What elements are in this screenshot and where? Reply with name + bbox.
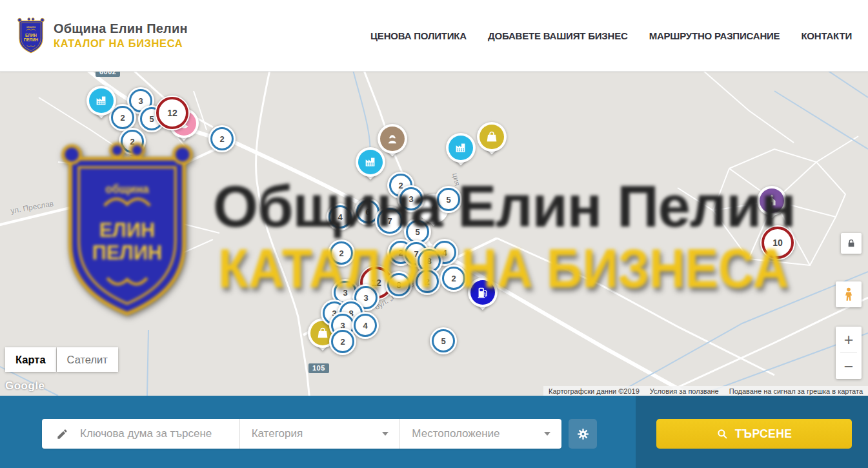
gear-icon	[576, 427, 590, 441]
svg-text:ЕЛИН: ЕЛИН	[25, 33, 37, 37]
map-pin-shopping-bag[interactable]	[477, 122, 507, 152]
keyword-input[interactable]	[79, 427, 230, 441]
cluster-marker[interactable]: 5	[430, 327, 457, 354]
cluster-marker[interactable]: 10	[760, 225, 795, 260]
cluster-marker[interactable]: 2	[414, 268, 441, 295]
site-logo[interactable]: община ЕЛИН ПЕЛИН Община Елин Пелин КАТА…	[16, 17, 188, 54]
svg-text:община: община	[26, 26, 36, 28]
cluster-marker[interactable]: 3	[398, 185, 425, 212]
cluster-count: 2	[330, 241, 353, 265]
church-icon	[760, 188, 784, 213]
map-type-satellite-button[interactable]: Сателит	[57, 347, 118, 372]
cluster-marker[interactable]: 2	[440, 265, 467, 292]
search-bar: Категория Местоположение	[0, 396, 868, 468]
map-pin-factory[interactable]	[356, 147, 385, 177]
cluster-marker[interactable]: 2	[329, 328, 356, 355]
header: община ЕЛИН ПЕЛИН Община Елин Пелин КАТА…	[0, 0, 868, 72]
fuel-icon	[470, 280, 495, 305]
cluster-count: 5	[437, 188, 460, 211]
nav-pricing-policy[interactable]: ЦЕНОВА ПОЛИТИКА	[370, 30, 467, 41]
keyword-field[interactable]	[42, 419, 239, 449]
cluster-marker[interactable]: 8	[385, 271, 412, 298]
cluster-count: 8	[387, 273, 410, 296]
shopping-bag-icon	[479, 125, 504, 149]
map-canvas[interactable]: 6002 105 ул. Преслав бул. „Новосел ция 3…	[0, 72, 868, 396]
terms-link[interactable]: Условия за ползване	[645, 387, 724, 395]
google-logo[interactable]: Google	[5, 380, 45, 392]
cluster-count: 2	[121, 130, 144, 153]
factory-icon	[358, 150, 383, 174]
pegman-icon	[841, 287, 856, 302]
map-type-control: Карта Сателит	[5, 347, 118, 372]
map-type-map-button[interactable]: Карта	[5, 347, 56, 372]
cluster-marker[interactable]: 4	[327, 203, 354, 230]
nav-route-schedule[interactable]: МАРШРУТНО РАЗПИСАНИЕ	[649, 30, 780, 41]
municipality-emblem-icon: община ЕЛИН ПЕЛИН	[16, 17, 46, 54]
zoom-in-button[interactable]: +	[836, 327, 862, 352]
map-attribution: Картографски данни ©2019 Условия за полз…	[543, 386, 868, 396]
nav-add-your-business[interactable]: ДОБАВЕТЕ ВАШИЯТ БИЗНЕС	[488, 30, 628, 41]
cluster-count: 12	[156, 97, 188, 129]
cluster-count: 4	[354, 314, 377, 337]
advanced-settings-button[interactable]	[569, 419, 597, 449]
site-subtitle: КАТАЛОГ НА БИЗНЕСА	[54, 37, 188, 50]
cluster-count: 10	[762, 227, 794, 259]
chevron-down-icon	[382, 432, 389, 436]
report-error-link[interactable]: Подаване на сигнал за грешка в картата	[724, 387, 868, 395]
factory-icon	[449, 136, 473, 160]
chevron-down-icon	[544, 432, 550, 436]
category-select[interactable]: Категория	[239, 419, 400, 449]
site-title: Община Елин Пелин	[54, 21, 188, 36]
cluster-marker[interactable]: 2	[119, 128, 146, 155]
map-pin-fuel[interactable]	[468, 278, 498, 307]
zoom-out-button[interactable]: −	[836, 353, 862, 379]
pencil-icon	[56, 428, 68, 440]
category-select-label: Категория	[252, 427, 303, 440]
street-view-pegman[interactable]	[836, 281, 862, 307]
cluster-count: 7	[377, 208, 403, 234]
svg-text:ПЕЛИН: ПЕЛИН	[24, 37, 39, 42]
search-icon	[716, 428, 728, 440]
location-select-label: Местоположение	[412, 427, 500, 440]
lock-button[interactable]	[841, 233, 862, 254]
cluster-marker[interactable]: 2	[208, 125, 236, 152]
marker-layer: 3251222235647522748128223338342510	[0, 72, 868, 396]
cluster-count: 5	[432, 329, 455, 352]
location-select[interactable]: Местоположение	[399, 419, 561, 449]
nav-contacts[interactable]: КОНТАКТИ	[801, 30, 852, 41]
map-pin-factory[interactable]	[446, 133, 476, 163]
cluster-count: 2	[210, 127, 234, 150]
search-fields: Категория Местоположение	[42, 419, 561, 449]
map-pin-factory[interactable]	[86, 86, 116, 116]
cluster-marker[interactable]: 12	[155, 96, 190, 130]
search-bar-right: ТЪРСЕНЕ	[636, 396, 868, 468]
cluster-count: 3	[399, 187, 423, 210]
cluster-count: 2	[442, 267, 465, 290]
cluster-marker[interactable]: 5	[435, 186, 462, 213]
cluster-count: 4	[328, 205, 352, 229]
search-submit-button[interactable]: ТЪРСЕНЕ	[656, 419, 852, 449]
attribution-copyright: Картографски данни ©2019	[543, 387, 645, 395]
lock-icon	[846, 238, 856, 249]
search-submit-label: ТЪРСЕНЕ	[735, 427, 792, 441]
zoom-control: + −	[836, 327, 862, 379]
cluster-count: 2	[416, 270, 439, 293]
cluster-marker[interactable]: 4	[352, 312, 379, 339]
factory-icon	[89, 88, 114, 113]
main-nav: ЦЕНОВА ПОЛИТИКА ДОБАВЕТЕ ВАШИЯТ БИЗНЕС М…	[370, 0, 852, 71]
cluster-count: 2	[331, 330, 354, 353]
cluster-marker[interactable]: 7	[375, 206, 405, 236]
search-bar-left: Категория Местоположение	[0, 396, 636, 468]
cluster-marker[interactable]: 2	[328, 239, 355, 267]
map-pin-church[interactable]	[757, 186, 787, 216]
